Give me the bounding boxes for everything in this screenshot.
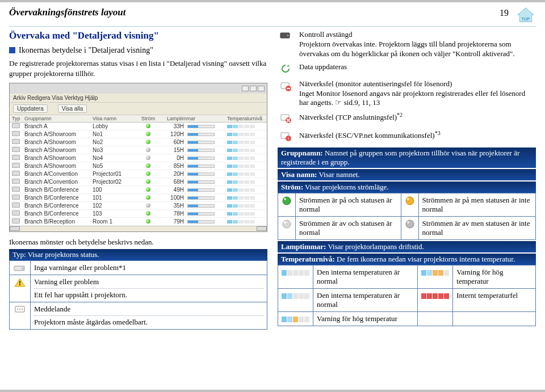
power-strip: Ström: Visar projektorns strömläge. (278, 182, 536, 193)
col-visname[interactable]: Visa namn (93, 116, 141, 121)
network-tcp-error-icon (279, 112, 292, 126)
refresh-icon (280, 64, 291, 76)
col-group[interactable]: Gruppnamn (24, 116, 93, 121)
lamp-bar-icon (187, 133, 215, 136)
svg-rect-3 (19, 281, 20, 284)
temp-bar-icon (227, 147, 259, 150)
table-row[interactable]: Branch A/ShowroomNo315H (10, 146, 267, 154)
col-power[interactable]: Ström (141, 116, 156, 121)
scroll-left-icon[interactable] (10, 226, 20, 231)
app-menubar[interactable]: Arkiv Redigera Visa Verktyg Hjälp (10, 94, 267, 103)
table-row[interactable]: Branch ALobby33H (10, 123, 267, 130)
lamp-bar-icon (187, 180, 215, 184)
window-controls[interactable] (242, 86, 265, 91)
svg-point-10 (287, 35, 289, 37)
refresh-button[interactable]: Uppdatera (13, 104, 48, 113)
power-dot-icon (146, 179, 150, 184)
power-dot-icon (146, 211, 150, 216)
projector-icon (12, 147, 20, 152)
power-icon-table: Strömmen är på och statusen är normal St… (278, 193, 536, 240)
intro-text: De registrerade projektorernas status vi… (9, 58, 267, 78)
temp-bar-icon (227, 218, 259, 222)
power-dot-icon (146, 163, 150, 168)
temp-bar-icon (227, 179, 259, 182)
lamp-bar-icon (187, 204, 215, 208)
table-row[interactable]: Branch B/Conference10378H (10, 210, 267, 218)
temp-bar-icon (227, 131, 259, 134)
power-dot-icon (146, 132, 150, 136)
network-escvp-error-icon: ! (279, 130, 292, 144)
table-row[interactable]: Branch B/Conference10049H (10, 186, 267, 194)
svg-rect-13 (287, 88, 290, 89)
svg-point-2 (22, 267, 24, 270)
projector-icon (12, 195, 20, 200)
temp-bar-icon (227, 139, 259, 142)
type-strip: Typ: Visar projektorns status. (9, 249, 267, 260)
subsection-heading: Ikonernas betydelse i "Detaljerad visnin… (9, 46, 267, 55)
power-dot-icon (146, 187, 150, 192)
col-temp[interactable]: Temperaturnivå (227, 116, 265, 121)
temp-bar-icon (227, 155, 259, 158)
table-row[interactable]: Branch A/ConventionProjector0120H (10, 170, 267, 178)
scroll-right-icon[interactable] (257, 226, 267, 231)
lamp-bar-icon (187, 165, 215, 168)
table-row[interactable]: Branch B/ReceptionRoom 179H (10, 218, 267, 226)
lamp-bar-icon (187, 220, 215, 224)
lamp-bar-icon (187, 212, 215, 216)
temp-bar-icon (227, 203, 259, 206)
projector-icon (12, 155, 20, 160)
temp-level-2-icon (282, 293, 309, 299)
temp-level-4-icon (421, 270, 449, 276)
svg-point-25 (406, 220, 414, 228)
svg-point-6 (17, 309, 18, 310)
show-all-button[interactable]: Visa alla (58, 104, 87, 113)
temp-level-5-icon (421, 293, 449, 299)
table-row[interactable]: Branch B/Conference10235H (10, 202, 267, 210)
col-lamphours[interactable]: Lamptimmar (167, 116, 187, 121)
power-off-normal-icon (282, 222, 292, 231)
lamp-bar-icon (187, 196, 215, 200)
projector-icon (12, 171, 20, 176)
svg-text:TOP: TOP (522, 17, 530, 21)
table-row[interactable]: Branch A/ConventionProjector0268H (10, 178, 267, 186)
table-row[interactable]: Branch A/ShowroomNo1120H (10, 130, 267, 138)
top-icon[interactable]: TOP (515, 7, 536, 26)
message-icon (14, 305, 26, 314)
projector-icon (12, 139, 20, 144)
page-title: Övervakningsfönstrets layout (9, 7, 125, 20)
network-auth-error-icon (279, 81, 292, 94)
name-strip: Visa namn: Visar namnet. (278, 169, 536, 180)
lamp-bar-icon (187, 172, 215, 176)
power-dot-icon (146, 155, 150, 160)
lamp-bar-icon (187, 125, 215, 128)
projector-icon (12, 187, 20, 192)
table-row[interactable]: Branch A/ShowroomNo585H (10, 162, 267, 170)
temp-level-1-icon (282, 270, 309, 276)
temp-bar-icon (227, 163, 259, 166)
svg-point-24 (284, 221, 286, 224)
temp-bar-icon (227, 171, 259, 174)
svg-rect-4 (19, 284, 20, 285)
app-window: Arkiv Redigera Visa Verktyg Hjälp Uppdat… (9, 83, 267, 232)
lamp-bar-icon (187, 188, 215, 192)
svg-point-26 (407, 221, 409, 224)
temp-bar-icon (227, 195, 259, 198)
projector-normal-icon (13, 264, 27, 272)
svg-text:!: ! (288, 136, 289, 141)
projector-icon (12, 123, 20, 128)
page-ref-link[interactable]: sid.9, 11, 13 (344, 98, 380, 107)
temp-bar-icon (227, 187, 259, 190)
status-icon-list: Kontroll avstängdProjektorn övervakas in… (278, 30, 536, 144)
svg-point-19 (283, 197, 291, 205)
table-row[interactable]: Branch A/ShowroomNo260H (10, 138, 267, 146)
table-row[interactable]: Branch B/Conference101100H (10, 194, 267, 202)
power-on-abnormal-icon (405, 199, 415, 208)
col-type[interactable]: Typ (12, 116, 24, 121)
svg-point-7 (19, 309, 20, 310)
table-row[interactable]: Branch A/ShowroomNo40H (10, 154, 267, 162)
projector-icon (12, 203, 20, 208)
svg-point-22 (407, 198, 409, 200)
type-icon-table: Inga varningar eller problem*1 Varning e… (9, 260, 267, 330)
group-strip: Gruppnamn: Namnet på gruppen som projekt… (278, 147, 536, 168)
svg-point-20 (284, 198, 286, 200)
